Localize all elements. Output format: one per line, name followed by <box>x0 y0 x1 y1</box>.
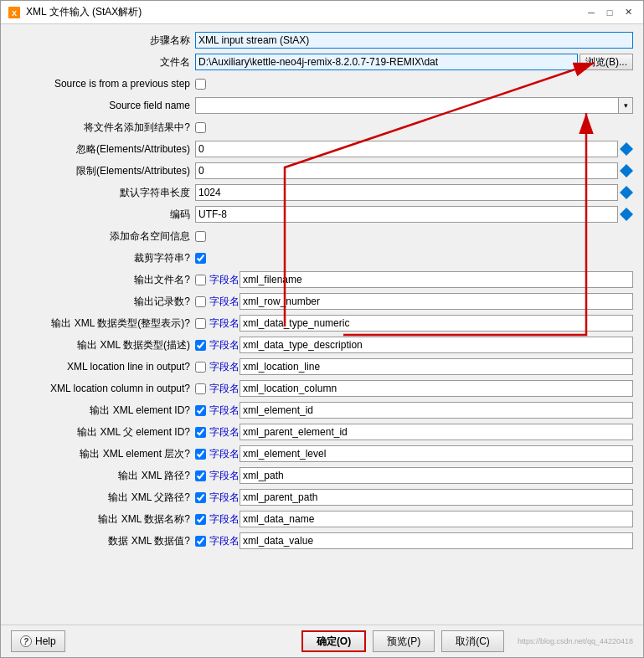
output-filename-checkbox-wrapper <box>195 275 206 285</box>
default-strlen-label: 默认字符串长度 <box>11 186 195 200</box>
watermark: https://blog.csdn.net/qq_44220418 <box>518 637 633 645</box>
parent-element-id-field-input[interactable] <box>240 424 633 440</box>
location-col-label: XML location column in output? <box>11 383 195 394</box>
output-row-number-checkbox-wrapper <box>195 296 206 307</box>
limit-input[interactable] <box>195 162 618 179</box>
help-label: Help <box>35 635 56 647</box>
help-icon: ? <box>20 635 32 647</box>
xml-path-checkbox-wrapper <box>195 470 206 481</box>
location-line-row: XML location line in output? 字段名 <box>11 357 633 376</box>
default-strlen-input[interactable] <box>195 184 618 201</box>
element-level-field-label: 字段名 <box>209 447 240 461</box>
element-id-field-input[interactable] <box>240 402 633 419</box>
source-field-row: Source field name ▾ <box>11 96 633 115</box>
minimize-button[interactable]: ─ <box>583 5 600 20</box>
preview-button[interactable]: 预览(P) <box>373 630 435 652</box>
trim-string-checkbox-wrapper <box>195 253 206 264</box>
location-line-field-input[interactable] <box>240 358 633 375</box>
element-id-checkbox[interactable] <box>195 405 206 416</box>
svg-text:X: X <box>12 9 17 18</box>
limit-row: 限制(Elements/Attributes) <box>11 162 633 180</box>
output-filename-checkbox[interactable] <box>195 275 206 285</box>
add-namespace-checkbox-wrapper <box>195 231 206 242</box>
output-data-type-numeric-checkbox[interactable] <box>195 318 206 329</box>
output-data-type-numeric-checkbox-wrapper <box>195 318 206 329</box>
data-name-row: 输出 XML 数据名称? 字段名 <box>11 510 633 528</box>
parent-element-id-checkbox[interactable] <box>195 427 206 438</box>
data-name-checkbox[interactable] <box>195 514 206 525</box>
add-namespace-checkbox[interactable] <box>195 231 206 242</box>
location-col-field-input[interactable] <box>240 380 633 397</box>
source-field-input[interactable] <box>195 97 619 114</box>
output-data-type-desc-label: 输出 XML 数据类型(描述) <box>11 338 195 352</box>
data-name-field-input[interactable] <box>240 511 633 527</box>
output-filename-row: 输出文件名? 字段名 <box>11 270 633 289</box>
output-data-type-numeric-field-input[interactable] <box>240 315 633 332</box>
ok-button[interactable]: 确定(O) <box>301 630 366 652</box>
data-value-checkbox-wrapper <box>195 536 206 547</box>
ignore-diamond-btn[interactable] <box>620 142 633 156</box>
step-name-input[interactable] <box>195 32 633 49</box>
source-prev-checkbox[interactable] <box>195 79 206 90</box>
data-value-field-label: 字段名 <box>209 534 240 548</box>
ignore-input[interactable] <box>195 141 618 157</box>
close-button[interactable]: ✕ <box>620 5 636 20</box>
browse-button[interactable]: 浏览(B)... <box>580 54 633 70</box>
help-button[interactable]: ? Help <box>11 630 65 652</box>
encoding-input[interactable] <box>195 206 618 223</box>
limit-diamond-btn[interactable] <box>620 164 633 177</box>
trim-string-checkbox[interactable] <box>195 253 206 264</box>
element-level-checkbox-wrapper <box>195 449 206 460</box>
location-col-checkbox[interactable] <box>195 383 206 394</box>
default-strlen-diamond-btn[interactable] <box>620 186 633 199</box>
element-id-row: 输出 XML element ID? 字段名 <box>11 401 633 419</box>
output-data-type-desc-row: 输出 XML 数据类型(描述) 字段名 <box>11 336 633 354</box>
element-id-field-label: 字段名 <box>209 404 240 418</box>
file-name-row: 文件名 浏览(B)... <box>11 53 633 71</box>
output-data-type-numeric-row: 输出 XML 数据类型(整型表示)? 字段名 <box>11 314 633 332</box>
default-strlen-row: 默认字符串长度 <box>11 183 633 202</box>
output-row-number-label: 输出记录数? <box>11 295 195 309</box>
add-filename-label: 将文件名添加到结果中? <box>11 121 195 135</box>
output-row-number-checkbox[interactable] <box>195 296 206 307</box>
data-value-checkbox[interactable] <box>195 536 206 547</box>
output-row-number-field-input[interactable] <box>240 293 633 310</box>
output-data-type-desc-field-label: 字段名 <box>209 338 240 352</box>
data-name-label: 输出 XML 数据名称? <box>11 512 195 527</box>
file-name-input[interactable] <box>195 54 578 70</box>
xml-parent-path-checkbox[interactable] <box>195 492 206 503</box>
xml-path-label: 输出 XML 路径? <box>11 469 195 483</box>
source-field-label: Source field name <box>11 100 195 111</box>
encoding-diamond-btn[interactable] <box>620 208 633 221</box>
add-filename-row: 将文件名添加到结果中? <box>11 118 633 136</box>
xml-path-checkbox[interactable] <box>195 470 206 481</box>
data-value-field-input[interactable] <box>240 532 633 549</box>
xml-parent-path-field-input[interactable] <box>240 489 633 506</box>
trim-string-label: 裁剪字符串? <box>11 251 195 265</box>
source-field-dropdown[interactable]: ▾ <box>618 97 633 114</box>
element-level-field-input[interactable] <box>240 445 633 462</box>
cancel-button[interactable]: 取消(C) <box>441 630 504 652</box>
location-line-checkbox[interactable] <box>195 362 206 373</box>
xml-parent-path-row: 输出 XML 父路径? 字段名 <box>11 488 633 506</box>
xml-path-field-input[interactable] <box>240 467 633 484</box>
output-data-type-desc-field-input[interactable] <box>240 337 633 353</box>
output-data-type-desc-checkbox[interactable] <box>195 340 206 351</box>
ignore-row: 忽略(Elements/Attributes) <box>11 140 633 158</box>
add-filename-checkbox-wrapper <box>195 122 206 133</box>
xml-parent-path-label: 输出 XML 父路径? <box>11 491 195 505</box>
window-title: XML 文件输入 (StAX解析) <box>26 5 583 19</box>
location-col-row: XML location column in output? 字段名 <box>11 379 633 398</box>
add-filename-checkbox[interactable] <box>195 122 206 133</box>
output-filename-field-input[interactable] <box>240 271 633 288</box>
xml-path-field-label: 字段名 <box>209 469 240 483</box>
output-row-number-row: 输出记录数? 字段名 <box>11 292 633 311</box>
data-value-label: 数据 XML 数据值? <box>11 534 195 548</box>
element-level-checkbox[interactable] <box>195 449 206 460</box>
output-filename-label: 输出文件名? <box>11 273 195 287</box>
step-name-row: 步骤名称 <box>11 31 633 49</box>
maximize-button[interactable]: □ <box>601 5 618 20</box>
location-col-field-label: 字段名 <box>209 382 240 396</box>
parent-element-id-row: 输出 XML 父 element ID? 字段名 <box>11 423 633 441</box>
file-name-label: 文件名 <box>11 55 195 69</box>
